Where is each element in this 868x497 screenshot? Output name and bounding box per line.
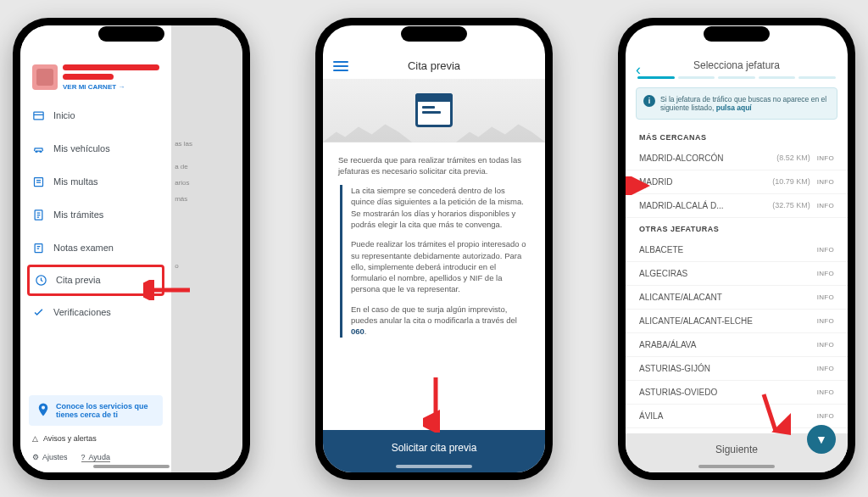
- intro-text: Se recuerda que para realizar trámites e…: [338, 154, 530, 177]
- ajustes-label: Ajustes: [42, 453, 68, 461]
- jefatura-info-link[interactable]: INFO: [817, 341, 834, 349]
- jefatura-name: ALGECIRAS: [639, 269, 810, 278]
- nav-notas[interactable]: Notas examen: [20, 232, 171, 265]
- nav-label: Verificaciones: [53, 307, 111, 317]
- step-5: [798, 76, 836, 79]
- location-services-card[interactable]: Conoce los servicios que tienes cerca de…: [29, 395, 163, 426]
- annotation-arrow-3b: [757, 390, 791, 441]
- peek-e: o: [171, 258, 242, 274]
- annotation-arrow-3a: [626, 176, 654, 195]
- nav-label: Notas examen: [53, 243, 114, 253]
- phone-1-frame: VER MI CARNET → Inicio Mis vehículos: [13, 18, 250, 480]
- next-label: Siguiente: [715, 444, 758, 455]
- jefatura-name: MADRID-ALCORCÓN: [639, 154, 770, 163]
- info-bullets: La cita siempre se concederá dentro de l…: [340, 185, 530, 338]
- ver-carnet-link[interactable]: VER MI CARNET →: [63, 83, 159, 91]
- nav-tramites[interactable]: Mis trámites: [20, 198, 171, 232]
- bullet-1: La cita siempre se concederá dentro de l…: [351, 185, 530, 230]
- nav-verificaciones[interactable]: Verificaciones: [20, 296, 171, 329]
- jefatura-info-link[interactable]: INFO: [817, 388, 834, 396]
- home-indicator: [93, 465, 170, 468]
- clock-icon: [35, 274, 47, 287]
- location-card-text: Conoce los servicios que tienes cerca de…: [56, 402, 156, 419]
- nav-inicio[interactable]: Inicio: [20, 99, 171, 132]
- section-others: OTRAS JEFATURAS: [626, 218, 848, 238]
- svg-rect-0: [34, 112, 43, 120]
- nav-vehiculos[interactable]: Mis vehículos: [20, 132, 171, 165]
- illustration-band: [323, 79, 545, 142]
- phone-1-screen: VER MI CARNET → Inicio Mis vehículos: [20, 25, 242, 472]
- jefatura-name: MADRID-ALCALÁ D...: [639, 201, 765, 210]
- notch: [98, 26, 164, 42]
- svg-line-8: [764, 394, 776, 431]
- jefatura-row[interactable]: ALGECIRASINFO: [626, 262, 848, 286]
- gear-icon: ⚙: [32, 453, 39, 461]
- menu-icon[interactable]: [333, 61, 348, 71]
- peek-a: as las: [171, 136, 242, 152]
- document-icon: [32, 209, 45, 221]
- nav-label: Inicio: [53, 110, 75, 120]
- jefatura-info-link[interactable]: INFO: [817, 202, 834, 209]
- jefatura-name: ALICANTE/ALACANT: [639, 293, 810, 302]
- footer-ajustes[interactable]: ⚙ Ajustes: [32, 453, 68, 462]
- jefatura-name: ALICANTE/ALACANT-ELCHE: [639, 316, 810, 326]
- check-icon: [32, 306, 45, 319]
- profile-block[interactable]: VER MI CARNET →: [20, 59, 171, 99]
- nav-cita-previa[interactable]: Cita previa: [30, 267, 159, 293]
- chevron-down-icon: ▼: [815, 433, 827, 446]
- button-label: Solicitar cita previa: [392, 442, 477, 454]
- jefatura-distance: (10.79 KM): [772, 177, 810, 186]
- jefatura-info-link[interactable]: INFO: [817, 178, 834, 186]
- ticket-icon: [32, 176, 45, 188]
- bullet-3: En el caso de que te surja algún imprevi…: [351, 304, 530, 338]
- jefatura-row[interactable]: ASTURIAS-GIJÓNINFO: [626, 357, 848, 381]
- info-banner: i Si la jefatura de tráfico que buscas n…: [636, 87, 837, 120]
- nav-multas[interactable]: Mis multas: [20, 165, 171, 198]
- step-1: [637, 76, 675, 79]
- jefatura-row[interactable]: MADRID-ALCORCÓN(8.52 KM)INFO: [626, 147, 848, 170]
- jefatura-row[interactable]: ALBACETEINFO: [626, 238, 848, 262]
- bell-icon: △: [32, 434, 38, 443]
- jefatura-name: ARABA/ÁLAVA: [639, 340, 810, 349]
- peek-c: arios: [171, 175, 242, 191]
- nav-label: Mis vehículos: [53, 143, 110, 154]
- jefatura-distance: (8.52 KM): [776, 154, 810, 162]
- sidebar-drawer: VER MI CARNET → Inicio Mis vehículos: [20, 25, 171, 472]
- back-icon[interactable]: ‹: [636, 61, 641, 79]
- jefatura-row[interactable]: ALICANTE/ALACANTINFO: [626, 286, 848, 310]
- jefatura-row[interactable]: ALICANTE/ALACANT-ELCHEINFO: [626, 310, 848, 333]
- jefatura-info-link[interactable]: INFO: [817, 293, 834, 301]
- annotation-arrow-2: [423, 373, 448, 433]
- jefatura-info-link[interactable]: INFO: [817, 365, 834, 372]
- info-link[interactable]: pulsa aquí: [716, 103, 752, 112]
- phone-2-screen: Cita previa Se recuerda que para realiza…: [323, 25, 545, 472]
- bullet-2: Puede realizar los trámites el propio in…: [351, 238, 530, 294]
- jefatura-row[interactable]: ASTURIAS-OVIEDOINFO: [626, 381, 848, 405]
- footer-avisos[interactable]: △ Avisos y alertas: [20, 431, 171, 446]
- jefatura-row[interactable]: MADRID(10.79 KM)INFO: [626, 170, 848, 194]
- calendar-icon: [415, 93, 453, 127]
- jefatura-info-link[interactable]: INFO: [817, 154, 834, 162]
- footer-ayuda[interactable]: ? Ayuda: [81, 453, 110, 462]
- jefatura-info-link[interactable]: INFO: [817, 412, 834, 420]
- home-icon: [32, 109, 45, 122]
- jefatura-row[interactable]: ÁVILAINFO: [626, 405, 848, 428]
- info-icon: i: [643, 95, 655, 107]
- progress-steps: [626, 76, 848, 86]
- obscured-content: as las a de arios más o: [171, 25, 242, 472]
- scroll-down-fab[interactable]: ▼: [807, 425, 836, 454]
- jefatura-row[interactable]: ARABA/ÁLAVAINFO: [626, 333, 848, 357]
- phone-3-frame: ‹ Selecciona jefatura i Si la jefatura d…: [618, 18, 855, 480]
- notch: [704, 26, 770, 42]
- help-icon: ?: [81, 453, 86, 461]
- step-2: [678, 76, 715, 79]
- jefatura-info-link[interactable]: INFO: [817, 246, 834, 254]
- jefatura-info-link[interactable]: INFO: [817, 317, 834, 325]
- redacted-name: [63, 64, 159, 70]
- jefatura-row[interactable]: MADRID-ALCALÁ D...(32.75 KM)INFO: [626, 194, 848, 218]
- jefatura-info-link[interactable]: INFO: [817, 270, 834, 277]
- jefatura-distance: (32.75 KM): [772, 201, 810, 209]
- peek-d: más: [171, 191, 242, 207]
- step-3: [718, 76, 755, 79]
- jefatura-name: ASTURIAS-GIJÓN: [639, 364, 810, 373]
